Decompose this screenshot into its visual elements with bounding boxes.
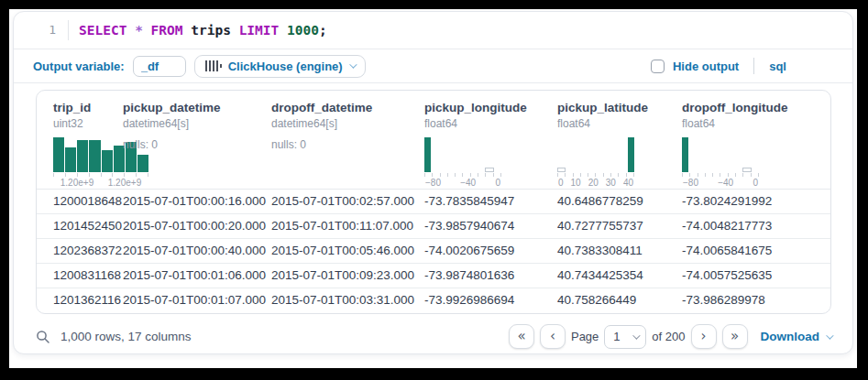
column-header-pickup_datetime: pickup_datetimedatetime64[s]nulls: 0 [123, 101, 271, 189]
sql-token-plain [279, 23, 287, 38]
histogram-bar [682, 137, 688, 172]
sql-token-number: 1000 [287, 23, 319, 38]
column-nulls: nulls: 0 [271, 138, 424, 151]
histogram-bar [89, 140, 100, 172]
histogram-axis-label: 0 [753, 178, 758, 189]
histogram-bar [65, 147, 76, 172]
table-cell: -73.986289978 [682, 288, 819, 313]
column-header-dropoff_longitude: dropoff_longitudefloat64−80−400 [682, 101, 819, 189]
table-cell: 2015-07-01T00:05:46.000 [271, 239, 424, 263]
histogram-axis-label: 0 [558, 178, 564, 189]
column-header-pickup_latitude: pickup_latitudefloat64010203040 [557, 101, 682, 189]
table-cell: 2015-07-01T00:01:06.000 [123, 264, 271, 288]
histogram-bar [628, 137, 634, 172]
notebook-page: 1 SELECT * FROM trips LIMIT 1000; Output… [9, 9, 857, 368]
table-cell: 40.758266449 [557, 288, 682, 313]
toolbar-divider [753, 58, 754, 74]
sql-code-line[interactable]: SELECT * FROM trips LIMIT 1000; [69, 23, 327, 38]
table-cell: 1201452450 [37, 214, 123, 238]
histogram-axis-label: 20 [588, 178, 599, 189]
histogram-axis-label: 0 [495, 178, 500, 189]
sql-token-plain [143, 23, 151, 38]
table-row[interactable]: 12014524502015-07-01T00:00:20.0002015-07… [37, 214, 830, 239]
column-dtype: datetime64[s] [123, 117, 271, 130]
histogram-axis-label: 40 [623, 178, 633, 189]
table-row[interactable]: 12023683722015-07-01T00:00:40.0002015-07… [37, 239, 830, 264]
table-cell: 2015-07-01T00:02:57.000 [271, 190, 424, 213]
column-header-pickup_longitude: pickup_longitudefloat64−80−400 [424, 101, 557, 189]
column-dtype: datetime64[s] [271, 117, 424, 130]
column-name[interactable]: dropoff_datetime [271, 101, 424, 114]
column-dtype: uint32 [53, 117, 123, 130]
download-label: Download [761, 330, 820, 343]
histogram-axis-label: −80 [425, 178, 441, 189]
histogram-bar [77, 140, 88, 172]
line-number: 1 [14, 20, 69, 40]
output-variable-input[interactable] [133, 56, 186, 77]
table-cell: 40.7277755737 [557, 214, 682, 238]
table-cell: 40.7434425354 [557, 264, 682, 288]
table-cell: 1201362116 [37, 288, 123, 313]
sql-token-plain: trips [183, 23, 239, 38]
histogram-bar [424, 137, 431, 172]
column-dtype: float64 [557, 117, 682, 130]
histogram-axis-label: 10 [571, 178, 581, 189]
table-cell: 2015-07-01T00:00:16.000 [123, 190, 271, 213]
first-page-button[interactable]: « [509, 324, 534, 349]
sql-token-plain: ; [319, 23, 327, 38]
page-label: Page [571, 330, 599, 343]
table-cell: -73.7835845947 [424, 190, 557, 213]
next-page-button[interactable]: › [691, 324, 717, 349]
column-histogram: −80−400 [682, 137, 759, 189]
histogram-axis-label: 1.20e+9 [60, 178, 93, 189]
sql-cell-card: 1 SELECT * FROM trips LIMIT 1000; Output… [13, 11, 853, 354]
hide-output-label[interactable]: Hide output [673, 60, 739, 73]
pagination: « ‹ Page 1 of 200 › » Download [509, 324, 831, 349]
column-name[interactable]: pickup_longitude [424, 101, 557, 114]
histogram-bar [485, 168, 493, 172]
table-cell: 2015-07-01T00:00:20.000 [123, 214, 271, 238]
hide-output-checkbox[interactable] [651, 60, 665, 73]
table-footer: 1,000 rows, 17 columns « ‹ Page 1 of 200… [14, 314, 852, 349]
sql-token-star: * [135, 23, 143, 38]
column-histogram: 010203040 [557, 137, 634, 189]
column-name[interactable]: trip_id [53, 101, 123, 114]
table-cell: 2015-07-01T00:11:07.000 [271, 214, 424, 238]
table-cell: 40.7383308411 [557, 239, 682, 263]
table-row[interactable]: 12013621162015-07-01T00:01:07.0002015-07… [37, 288, 830, 313]
table-cell: -74.0065841675 [682, 239, 819, 263]
column-name[interactable]: dropoff_longitude [682, 101, 819, 114]
table-row[interactable]: 12000186482015-07-01T00:00:16.0002015-07… [37, 190, 830, 214]
histogram-axis-label: −40 [718, 178, 733, 189]
cell-toolbar: Output variable: ClickHouse (engine) Hid… [14, 49, 852, 83]
table-cell: -73.8024291992 [682, 190, 819, 213]
histogram-axis-label: −80 [683, 178, 698, 189]
prev-page-button[interactable]: ‹ [540, 324, 566, 349]
histogram-axis-label: 30 [606, 178, 616, 189]
column-header-dropoff_datetime: dropoff_datetimedatetime64[s]nulls: 0 [271, 101, 424, 189]
output-variable-label: Output variable: [33, 60, 125, 73]
total-pages-label: of 200 [652, 330, 685, 343]
download-menu[interactable]: Download [761, 330, 832, 343]
page-number-select[interactable]: 1 [604, 325, 646, 349]
table-row[interactable]: 12008311682015-07-01T00:01:06.0002015-07… [37, 264, 830, 288]
last-page-button[interactable]: » [722, 324, 748, 349]
column-name[interactable]: pickup_datetime [123, 101, 271, 114]
table-cell: 1200018648 [37, 190, 123, 213]
table-cell: 2015-07-01T00:09:23.000 [271, 264, 424, 288]
column-name[interactable]: pickup_latitude [557, 101, 682, 114]
sql-token-keyword: FROM [151, 23, 183, 38]
table-header-row: trip_iduint321.20e+91.20e+9pickup_dateti… [37, 91, 830, 190]
language-badge: sql [769, 60, 786, 73]
table-cell: -73.9874801636 [424, 264, 557, 288]
engine-selector-button[interactable]: ClickHouse (engine) [194, 55, 366, 78]
histogram-bar [742, 168, 751, 172]
sql-editor[interactable]: 1 SELECT * FROM trips LIMIT 1000; [14, 12, 852, 49]
table-cell: -73.9926986694 [424, 288, 557, 313]
clickhouse-logo-icon [205, 60, 222, 71]
table-cell: 2015-07-01T00:00:40.000 [123, 239, 271, 263]
column-dtype: float64 [424, 117, 557, 130]
search-icon[interactable] [36, 330, 50, 344]
table-cell: 2015-07-01T00:01:07.000 [123, 288, 271, 313]
histogram-axis-label: −40 [460, 178, 476, 189]
